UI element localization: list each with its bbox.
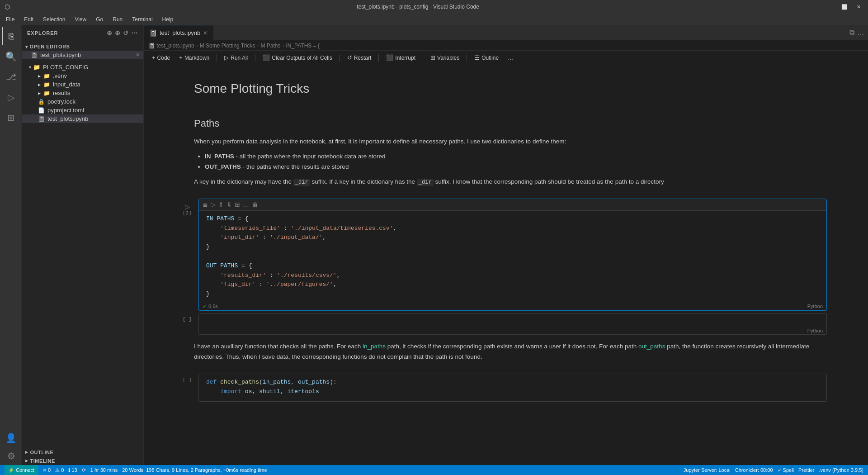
menu-run[interactable]: Run (109, 15, 126, 24)
restore-button[interactable]: ⬜ (839, 3, 850, 11)
status-chronicler[interactable]: Chronicler: 00:00 (735, 467, 773, 473)
cell-toolbar-run-all-below-icon[interactable]: ⇓ (226, 201, 232, 208)
folder-icon: 📁 (33, 64, 40, 71)
add-markdown-button[interactable]: + Markdown (175, 53, 213, 62)
cell-gutter-empty: [ ] (176, 313, 198, 335)
tab-test-plots[interactable]: 📓 test_plots.ipynb ✕ (144, 25, 213, 40)
status-spell[interactable]: ✓ Spell (778, 467, 794, 473)
status-prettier[interactable]: Prettier (798, 467, 814, 473)
sidebar-pyproject[interactable]: 📄 pyproject.toml (22, 106, 143, 114)
timeline-header[interactable]: ▸ TIMELINE (22, 456, 143, 465)
activity-extensions[interactable]: ⊞ (2, 109, 20, 127)
status-remote[interactable]: ⚡ Connect (5, 465, 38, 475)
cell-toolbar-add-icon[interactable]: ⊞ (235, 201, 240, 208)
sidebar-venv[interactable]: ▸ 📁 .venv (22, 71, 143, 80)
activity-search[interactable]: 🔍 (2, 48, 20, 66)
code-line-2: 'timeseries_file' : './input_data/timese… (206, 224, 819, 233)
results-folder-icon: 📁 (43, 90, 50, 96)
code-content-empty[interactable] (199, 314, 826, 327)
aux-function-markdown: I have an auxiliary function that checks… (176, 337, 836, 371)
code-line-7: 'results_dir' : './results/csvs/', (206, 271, 819, 280)
menu-go[interactable]: Go (92, 15, 107, 24)
sidebar-bottom: ▸ OUTLINE ▸ TIMELINE (22, 448, 143, 465)
plots-config-section: ▾ 📁 PLOTS_CONFIG ▸ 📁 .venv ▸ 📁 input_dat… (22, 61, 143, 125)
status-python-env[interactable]: .venv (Python 3.9.5) (819, 467, 863, 473)
cell-number-empty: [ ] (183, 317, 192, 322)
tab-close-button[interactable]: ✕ (203, 30, 208, 36)
cell-language-empty: Python (807, 328, 823, 333)
timeline-label: TIMELINE (30, 458, 55, 464)
minimize-button[interactable]: ─ (826, 3, 835, 11)
plots-config-folder[interactable]: ▾ 📁 PLOTS_CONFIG (22, 63, 143, 71)
code-line-3: 'input_dir' : './input_data/', (206, 233, 819, 242)
sidebar-poetry-lock[interactable]: 🔒 poetry.lock (22, 97, 143, 106)
breadcrumb-section1[interactable]: M Some Plotting Tricks (200, 43, 255, 49)
notebook-icon: 📓 (31, 52, 38, 58)
paths-markdown-block: Paths When you perform data analysis in … (176, 111, 836, 196)
menu-view[interactable]: View (71, 15, 90, 24)
status-errors[interactable]: ✕ 0 (42, 467, 51, 473)
menu-selection[interactable]: Selection (39, 15, 69, 24)
menu-help[interactable]: Help (159, 15, 177, 24)
tab-actions: ⧉ … (846, 25, 868, 40)
activity-explorer[interactable]: ⎘ (2, 27, 20, 45)
status-warnings[interactable]: ⚠ 0 (55, 467, 64, 473)
activity-accounts[interactable]: 👤 (2, 429, 20, 447)
test-plots-icon: 📓 (38, 116, 45, 122)
menu-terminal[interactable]: Terminal (128, 15, 156, 24)
status-liveShare[interactable]: ⟳ (82, 467, 86, 473)
clear-outputs-button[interactable]: ⬛ Clear Outputs of All Cells (259, 53, 335, 62)
status-info[interactable]: ℹ 13 (68, 467, 77, 473)
code-content-2[interactable]: IN_PATHS = { 'timeseries_file' : './inpu… (199, 211, 826, 303)
menu-edit[interactable]: Edit (20, 15, 37, 24)
run-all-button[interactable]: ▷ Run All (221, 53, 251, 62)
breadcrumb-file[interactable]: 📓 test_plots.ipynb (148, 43, 194, 49)
close-button[interactable]: ✕ (854, 3, 863, 11)
menu-file[interactable]: File (2, 15, 18, 24)
sidebar-results[interactable]: ▸ 📁 results (22, 89, 143, 97)
variables-button[interactable]: ⊞ Variables (427, 53, 463, 62)
status-jupyter[interactable]: Jupyter Server: Local (684, 467, 731, 473)
breadcrumb-section2[interactable]: M Paths (260, 43, 280, 49)
outline-header[interactable]: ▸ OUTLINE (22, 448, 143, 456)
new-folder-icon[interactable]: ⊕ (115, 29, 121, 37)
interrupt-button[interactable]: ⬛ Interrupt (382, 53, 419, 62)
code-content-check-paths[interactable]: def check_paths(in_paths, out_paths): im… (199, 374, 826, 401)
activity-run-debug[interactable]: ▷ (2, 88, 20, 106)
cell-toolbar-format-icon[interactable]: ≣ (203, 201, 208, 208)
window-controls[interactable]: ─ ⬜ ✕ (826, 3, 863, 11)
close-editor-icon[interactable]: ✕ (136, 52, 140, 58)
open-editors-header[interactable]: ▾ OPEN EDITORS (22, 43, 143, 51)
new-file-icon[interactable]: ⊕ (107, 29, 113, 37)
restart-button[interactable]: ↺ Restart (344, 53, 375, 62)
outline-button[interactable]: ☰ Outline (471, 53, 502, 62)
split-editor-icon[interactable]: ⧉ (849, 28, 854, 37)
open-editor-test-plots[interactable]: 📓 test_plots.ipynb ✕ (22, 51, 143, 59)
outline-icon: ☰ (474, 54, 480, 61)
cell-run-btn-2[interactable]: ▷ (185, 203, 190, 210)
sidebar-test-plots[interactable]: 📓 test_plots.ipynb (22, 114, 143, 123)
more-actions-icon[interactable]: … (857, 28, 864, 37)
cell-container-check-paths: def check_paths(in_paths, out_paths): im… (198, 374, 827, 402)
cell-number-check-paths: [ ] (183, 377, 192, 383)
cell-toolbar-delete-icon[interactable]: 🗑 (252, 201, 258, 208)
breadcrumb-section3[interactable]: IN_PATHS = { (286, 43, 320, 49)
cell-toolbar-run-all-above-icon[interactable]: ⇑ (218, 201, 224, 208)
collapse-all-icon[interactable]: ⋯ (131, 29, 138, 37)
add-code-icon: + (152, 54, 156, 61)
refresh-icon[interactable]: ↺ (123, 29, 129, 37)
activity-source-control[interactable]: ⎇ (2, 68, 20, 86)
cell-toolbar-more-icon[interactable]: … (243, 201, 249, 208)
test-plots-label: test_plots.ipynb (47, 115, 88, 122)
status-time[interactable]: 1 hr 30 mins (90, 467, 118, 473)
sidebar-input-data[interactable]: ▸ 📁 input_data (22, 80, 143, 89)
source-control-icon: ⎇ (6, 71, 16, 82)
cell-toolbar-run-icon[interactable]: ▷ (211, 201, 216, 208)
settings-icon: ⚙ (7, 451, 15, 461)
add-code-button[interactable]: + Code (148, 53, 174, 62)
code-line-8: 'figs_dir' : '../paper/figures/', (206, 280, 819, 290)
toolbar-separator-1 (217, 54, 217, 62)
input-data-arrow-icon: ▸ (38, 81, 41, 88)
more-options-button[interactable]: … (504, 53, 517, 62)
activity-settings[interactable]: ⚙ (2, 447, 20, 465)
